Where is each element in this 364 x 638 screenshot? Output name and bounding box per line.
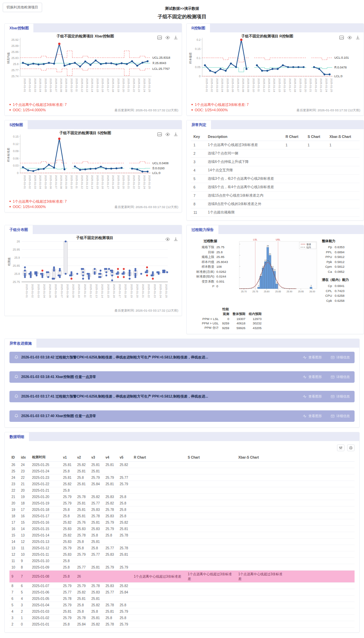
capability-index-row: Ppk0.5812 (322, 260, 362, 265)
detail-info-button[interactable]: 详细信息 (331, 394, 350, 399)
svg-text:2025-01-10: 2025-01-10 (70, 175, 73, 189)
detail-info-button[interactable]: 详细信息 (331, 375, 350, 379)
svg-text:2025-01-02: 2025-01-02 (210, 78, 213, 92)
detail-table-row[interactable]: 20182025-01-1925.7925.8125.7725.8225.8 (9, 500, 355, 506)
s-chart-panel: S控制图 子组不固定的检测项目 S控制图00.030.060.090.120.1… (4, 120, 182, 212)
column-settings-icon[interactable] (337, 444, 344, 451)
view-chart-button[interactable]: 查看图形 (303, 394, 322, 399)
measure-item[interactable]: 2026-01-03 03:18:41 Xbar控制图 任意一点异常 查看图形 … (9, 371, 355, 383)
tab-s-chart[interactable]: S控制图 (5, 120, 28, 129)
process-data-row: 变异系数0.001 (189, 279, 232, 284)
eye-icon[interactable] (165, 35, 170, 40)
detail-table-row[interactable]: 972025-01-0825.8261个点远离中心线超过3倍标准差1个点远离中心… (9, 571, 355, 583)
subgroup-distribution-chart[interactable]: 子组不固定的检测项目25.7525.825.8525.925.9526检测值20… (6, 235, 178, 307)
svg-text:11: 11 (273, 269, 276, 271)
detail-table-row[interactable]: 18162025-01-1725.825.8125.7825.8325.8 (9, 513, 355, 519)
svg-text:25.74: 25.74 (11, 75, 19, 78)
detail-info-button[interactable]: 详细信息 (331, 414, 350, 418)
xbar-alert-lines: 1个点远离中心线超过3倍标准差: 7 OOC: 1/25=4.0000% (9, 102, 67, 113)
image-icon[interactable] (339, 35, 344, 40)
svg-text:2025-01-23: 2025-01-23 (153, 284, 156, 298)
detail-table-row[interactable]: 16142025-01-1525.8325.8325.8325.7925.81 (9, 526, 355, 532)
switch-project-button[interactable]: 切换到其他检测项目 (3, 3, 42, 12)
detail-table-row[interactable]: 14122025-01-1325.8325.825.81 (9, 539, 355, 545)
svg-text:25.9: 25.9 (14, 256, 20, 259)
detail-table-row[interactable]: 13112025-01-1225.7925.825.825.7725.78 (9, 545, 355, 551)
svg-text:2025-01-15: 2025-01-15 (96, 175, 99, 189)
detail-table-row[interactable]: 642025-01-0525.7825.8125.81 (9, 596, 355, 602)
detail-table-row[interactable]: 25232025-01-2425.825.8125.81 (9, 468, 355, 474)
tab-xbar-chart[interactable]: Xbar控制图 (5, 24, 33, 32)
svg-text:2025-01-21: 2025-01-21 (127, 175, 130, 189)
svg-text:0.15: 0.15 (13, 135, 19, 138)
s-control-chart[interactable]: 子组不固定的检测项目 S控制图00.030.060.090.120.15样本标准… (6, 130, 178, 197)
judge-row: 11个点远离中心线超过3倍标准差111 (191, 141, 360, 149)
svg-text:2025-01-03: 2025-01-03 (216, 78, 219, 92)
view-chart-button[interactable]: 查看图形 (303, 414, 322, 418)
download-icon[interactable] (173, 35, 178, 40)
detail-table-row[interactable]: 23212025-01-2225.8225.8125.8425.8125.79 (9, 481, 355, 487)
tab-r-chart[interactable]: R控制图 (187, 24, 210, 32)
view-chart-button[interactable]: 查看图形 (303, 355, 322, 360)
svg-text:2025-01-08: 2025-01-08 (66, 284, 69, 298)
svg-text:0.03: 0.03 (13, 164, 19, 167)
r-chart-panel: R控制图 子组不固定的检测项目 R控制图00.050.10.150.2样本极差2… (186, 23, 364, 116)
svg-text:2025-01-14: 2025-01-14 (101, 284, 104, 298)
improvement-measures-panel: 异常改进措施 2026-01-03 03:18:42 过程能力预警CPK=0.6… (4, 339, 360, 428)
download-icon[interactable] (355, 35, 360, 40)
svg-text:25.77: 25.77 (11, 68, 19, 72)
within-capability-title: 潜在（组内）能力 (322, 278, 362, 282)
detail-table-row[interactable]: 15132025-01-1425.8225.7825.825.825.78 (9, 532, 355, 539)
tab-process-capability[interactable]: 过程能力报告 (187, 225, 218, 234)
svg-text:2025-01-19: 2025-01-19 (117, 78, 120, 92)
download-icon[interactable] (173, 132, 178, 137)
detail-table-row[interactable]: 752025-01-0625.7725.8225.8325.7725.84 (9, 589, 355, 596)
svg-text:26: 26 (17, 240, 20, 243)
svg-text:X̄:25.8043: X̄:25.8043 (152, 61, 166, 65)
detail-table-row[interactable]: 17152025-01-1625.8225.7625.8125.7925.82 (9, 519, 355, 526)
measure-item[interactable]: 2026-01-03 03:17:41 过程能力预警CPK=0.6258,制程很… (9, 391, 355, 402)
view-chart-button[interactable]: 查看图形 (303, 375, 322, 379)
detail-table-row[interactable]: 24222025-01-2325.8125.825.7925.7925.77 (9, 474, 355, 481)
detail-table-row[interactable]: 862025-01-0725.7925.7925.7825.8325.82 (9, 583, 355, 589)
anomaly-judge-table: KeyDescriptionR ChartS ChartXbar-S Chart… (191, 133, 360, 217)
tab-improvement-measures[interactable]: 异常改进措施 (5, 339, 36, 348)
tab-anomaly-judge[interactable]: 异常判定 (187, 120, 211, 129)
detail-table-row[interactable]: 312025-01-0225.7925.7825.8125.825.8 (9, 615, 355, 621)
svg-text:2025-01-19: 2025-01-19 (299, 78, 302, 92)
download-icon[interactable] (173, 237, 178, 242)
page-title: 子组不固定的检测项目 (0, 13, 364, 20)
anomaly-judge-panel: 异常判定 KeyDescriptionR ChartS ChartXbar-S … (186, 120, 364, 221)
eye-icon[interactable] (165, 132, 170, 137)
detail-table-row[interactable]: 21192025-01-2025.7925.7825.8225.8325.8 (9, 494, 355, 500)
tab-data-detail[interactable]: 数据明细 (5, 432, 29, 441)
svg-text:子组不固定的检测项目 Xbar控制图: 子组不固定的检测项目 Xbar控制图 (56, 34, 114, 38)
detail-table-row[interactable]: 19172025-01-1825.825.8125.8325.7825.8 (9, 506, 355, 513)
image-icon[interactable] (157, 132, 162, 137)
eye-icon[interactable] (347, 35, 352, 40)
detail-table-row[interactable]: 202025-01-0125.825.8425.8225.7825.79 (9, 621, 355, 628)
print-icon[interactable] (347, 444, 355, 451)
detail-table-row[interactable]: 26242025-01-2525.8125.8225.8125.8125.82 (9, 462, 355, 468)
tab-subgroup-distribution[interactable]: 子组分布图 (5, 225, 33, 234)
svg-text:2025-01-23: 2025-01-23 (138, 175, 141, 189)
measure-item[interactable]: 2026-01-03 03:17:40 Xbar控制图 任意一点异常 查看图形 … (9, 410, 355, 422)
detail-info-button[interactable]: 详细信息 (331, 355, 350, 360)
svg-text:2025-01-03: 2025-01-03 (34, 78, 37, 92)
detail-table-row[interactable]: 532025-01-0425.7925.825.8225.7825.8 (9, 602, 355, 608)
svg-text:2025-01-16: 2025-01-16 (101, 175, 104, 189)
process-data-row: P0 (189, 284, 232, 289)
detail-table-row[interactable]: 12102025-01-1125.8325.7925.7725.8325.81 (9, 551, 355, 558)
detail-table-row[interactable]: 422025-01-0325.8125.825.825.8125.79 (9, 608, 355, 615)
svg-text:2025-01-21: 2025-01-21 (309, 78, 312, 92)
measure-item[interactable]: 2026-01-03 03:18:42 过程能力预警CPK=0.6258,制程很… (9, 352, 355, 363)
detail-table-row[interactable]: 1082025-01-0925.825.7725.8125.7925.79 (9, 564, 355, 571)
detail-table-row[interactable]: 22202025-01-2125.8 (9, 487, 355, 494)
capability-index-row: CPL0.7423 (322, 289, 362, 294)
image-icon[interactable] (157, 35, 162, 40)
svg-text:2025-01-03: 2025-01-03 (37, 284, 40, 298)
detail-table-row[interactable]: 1192025-01-1025.8 (9, 558, 355, 564)
r-control-chart[interactable]: 子组不固定的检测项目 R控制图00.050.10.150.2样本极差2025-0… (188, 33, 360, 100)
eye-icon[interactable] (165, 237, 170, 242)
xbar-control-chart[interactable]: 子组不固定的检测项目 Xbar控制图25.7425.7725.825.8325.… (6, 33, 178, 100)
